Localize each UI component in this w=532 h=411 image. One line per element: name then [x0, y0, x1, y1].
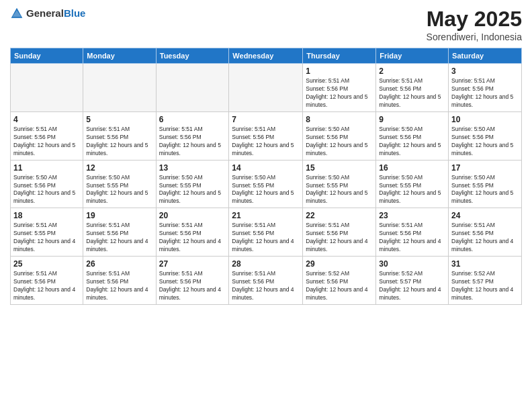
cell-day-number: 18	[13, 210, 80, 221]
cell-day-number: 4	[13, 114, 80, 125]
cell-day-number: 31	[451, 259, 519, 269]
calendar-cell: 30Sunrise: 5:52 AMSunset: 5:57 PMDayligh…	[376, 257, 449, 305]
cell-info: Sunrise: 5:50 AMSunset: 5:55 PMDaylight:…	[232, 174, 300, 206]
cell-info: Sunrise: 5:51 AMSunset: 5:56 PMDaylight:…	[232, 126, 300, 158]
cell-info: Sunrise: 5:51 AMSunset: 5:56 PMDaylight:…	[379, 222, 445, 254]
main-title: May 2025	[427, 7, 522, 32]
cell-day-number: 22	[306, 210, 373, 221]
page: GeneralBlue May 2025 Sorendiweri, Indone…	[0, 0, 532, 411]
cell-info: Sunrise: 5:51 AMSunset: 5:56 PMDaylight:…	[159, 126, 226, 158]
sub-title: Sorendiweri, Indonesia	[427, 32, 522, 42]
calendar-cell: 21Sunrise: 5:51 AMSunset: 5:56 PMDayligh…	[229, 208, 303, 257]
calendar-cell: 20Sunrise: 5:51 AMSunset: 5:56 PMDayligh…	[156, 208, 229, 257]
cell-day-number: 15	[306, 163, 373, 173]
cell-info: Sunrise: 5:51 AMSunset: 5:56 PMDaylight:…	[379, 77, 445, 109]
calendar-week-row: 25Sunrise: 5:51 AMSunset: 5:56 PMDayligh…	[11, 257, 522, 305]
cell-info: Sunrise: 5:52 AMSunset: 5:56 PMDaylight:…	[306, 270, 373, 302]
calendar-cell	[156, 64, 229, 112]
col-tuesday: Tuesday	[156, 48, 229, 64]
calendar-cell	[229, 64, 303, 112]
calendar-cell: 14Sunrise: 5:50 AMSunset: 5:55 PMDayligh…	[229, 160, 303, 208]
calendar-cell: 1Sunrise: 5:51 AMSunset: 5:56 PMDaylight…	[303, 64, 376, 112]
calendar-cell: 12Sunrise: 5:50 AMSunset: 5:55 PMDayligh…	[83, 160, 156, 208]
calendar-cell: 31Sunrise: 5:52 AMSunset: 5:57 PMDayligh…	[449, 257, 522, 305]
cell-info: Sunrise: 5:50 AMSunset: 5:55 PMDaylight:…	[86, 174, 152, 206]
calendar-cell: 10Sunrise: 5:50 AMSunset: 5:56 PMDayligh…	[449, 111, 522, 160]
cell-day-number: 14	[232, 163, 300, 173]
cell-day-number: 27	[159, 259, 226, 269]
cell-day-number: 3	[451, 66, 519, 77]
cell-info: Sunrise: 5:52 AMSunset: 5:57 PMDaylight:…	[451, 270, 519, 302]
logo: GeneralBlue	[10, 7, 85, 20]
cell-info: Sunrise: 5:51 AMSunset: 5:56 PMDaylight:…	[451, 77, 519, 109]
cell-day-number: 28	[232, 259, 300, 269]
cell-day-number: 24	[451, 210, 519, 221]
cell-info: Sunrise: 5:51 AMSunset: 5:56 PMDaylight:…	[86, 126, 152, 158]
col-wednesday: Wednesday	[229, 48, 303, 64]
cell-day-number: 11	[13, 163, 80, 173]
svg-marker-1	[12, 10, 21, 17]
cell-day-number: 29	[306, 259, 373, 269]
cell-day-number: 6	[159, 114, 226, 125]
cell-info: Sunrise: 5:51 AMSunset: 5:56 PMDaylight:…	[451, 222, 519, 254]
cell-day-number: 7	[232, 114, 300, 125]
cell-info: Sunrise: 5:51 AMSunset: 5:56 PMDaylight:…	[159, 222, 226, 254]
calendar-cell: 27Sunrise: 5:51 AMSunset: 5:56 PMDayligh…	[156, 257, 229, 305]
calendar-cell: 7Sunrise: 5:51 AMSunset: 5:56 PMDaylight…	[229, 111, 303, 160]
cell-info: Sunrise: 5:50 AMSunset: 5:55 PMDaylight:…	[159, 174, 226, 206]
calendar-cell: 28Sunrise: 5:51 AMSunset: 5:56 PMDayligh…	[229, 257, 303, 305]
logo-icon	[10, 7, 24, 20]
cell-info: Sunrise: 5:50 AMSunset: 5:55 PMDaylight:…	[451, 174, 519, 206]
calendar-cell: 5Sunrise: 5:51 AMSunset: 5:56 PMDaylight…	[83, 111, 156, 160]
cell-info: Sunrise: 5:50 AMSunset: 5:56 PMDaylight:…	[13, 174, 80, 206]
cell-info: Sunrise: 5:51 AMSunset: 5:56 PMDaylight:…	[306, 77, 373, 109]
cell-day-number: 23	[379, 210, 445, 221]
cell-day-number: 2	[379, 66, 445, 77]
cell-info: Sunrise: 5:51 AMSunset: 5:56 PMDaylight:…	[86, 222, 152, 254]
cell-day-number: 1	[306, 66, 373, 77]
cell-info: Sunrise: 5:50 AMSunset: 5:55 PMDaylight:…	[379, 174, 445, 206]
cell-info: Sunrise: 5:50 AMSunset: 5:55 PMDaylight:…	[306, 174, 373, 206]
calendar-cell: 22Sunrise: 5:51 AMSunset: 5:56 PMDayligh…	[303, 208, 376, 257]
cell-day-number: 13	[159, 163, 226, 173]
cell-day-number: 21	[232, 210, 300, 221]
calendar-table: Sunday Monday Tuesday Wednesday Thursday…	[10, 48, 522, 305]
calendar-cell: 9Sunrise: 5:50 AMSunset: 5:56 PMDaylight…	[376, 111, 449, 160]
col-thursday: Thursday	[303, 48, 376, 64]
calendar-cell: 26Sunrise: 5:51 AMSunset: 5:56 PMDayligh…	[83, 257, 156, 305]
cell-day-number: 12	[86, 163, 152, 173]
calendar-cell: 6Sunrise: 5:51 AMSunset: 5:56 PMDaylight…	[156, 111, 229, 160]
cell-info: Sunrise: 5:51 AMSunset: 5:56 PMDaylight:…	[13, 126, 80, 158]
calendar-cell: 3Sunrise: 5:51 AMSunset: 5:56 PMDaylight…	[449, 64, 522, 112]
cell-day-number: 25	[13, 259, 80, 269]
calendar-week-row: 1Sunrise: 5:51 AMSunset: 5:56 PMDaylight…	[11, 64, 522, 112]
cell-day-number: 19	[86, 210, 152, 221]
calendar-week-row: 18Sunrise: 5:51 AMSunset: 5:55 PMDayligh…	[11, 208, 522, 257]
cell-day-number: 16	[379, 163, 445, 173]
col-friday: Friday	[376, 48, 449, 64]
calendar-cell: 19Sunrise: 5:51 AMSunset: 5:56 PMDayligh…	[83, 208, 156, 257]
header: GeneralBlue May 2025 Sorendiweri, Indone…	[10, 7, 522, 42]
cell-day-number: 5	[86, 114, 152, 125]
cell-info: Sunrise: 5:51 AMSunset: 5:56 PMDaylight:…	[232, 222, 300, 254]
calendar-cell	[11, 64, 83, 112]
cell-day-number: 9	[379, 114, 445, 125]
calendar-cell: 25Sunrise: 5:51 AMSunset: 5:56 PMDayligh…	[11, 257, 83, 305]
cell-info: Sunrise: 5:50 AMSunset: 5:56 PMDaylight:…	[451, 126, 519, 158]
title-block: May 2025 Sorendiweri, Indonesia	[427, 7, 522, 42]
calendar-cell: 24Sunrise: 5:51 AMSunset: 5:56 PMDayligh…	[449, 208, 522, 257]
logo-text-blue: Blue	[64, 7, 86, 19]
calendar-cell: 4Sunrise: 5:51 AMSunset: 5:56 PMDaylight…	[11, 111, 83, 160]
calendar-cell: 13Sunrise: 5:50 AMSunset: 5:55 PMDayligh…	[156, 160, 229, 208]
calendar-cell: 23Sunrise: 5:51 AMSunset: 5:56 PMDayligh…	[376, 208, 449, 257]
cell-info: Sunrise: 5:52 AMSunset: 5:57 PMDaylight:…	[379, 270, 445, 302]
cell-info: Sunrise: 5:51 AMSunset: 5:56 PMDaylight:…	[306, 222, 373, 254]
calendar-cell: 17Sunrise: 5:50 AMSunset: 5:55 PMDayligh…	[449, 160, 522, 208]
cell-day-number: 8	[306, 114, 373, 125]
col-sunday: Sunday	[11, 48, 83, 64]
calendar-week-row: 4Sunrise: 5:51 AMSunset: 5:56 PMDaylight…	[11, 111, 522, 160]
calendar-cell: 29Sunrise: 5:52 AMSunset: 5:56 PMDayligh…	[303, 257, 376, 305]
calendar-cell	[83, 64, 156, 112]
calendar-cell: 2Sunrise: 5:51 AMSunset: 5:56 PMDaylight…	[376, 64, 449, 112]
calendar-cell: 16Sunrise: 5:50 AMSunset: 5:55 PMDayligh…	[376, 160, 449, 208]
